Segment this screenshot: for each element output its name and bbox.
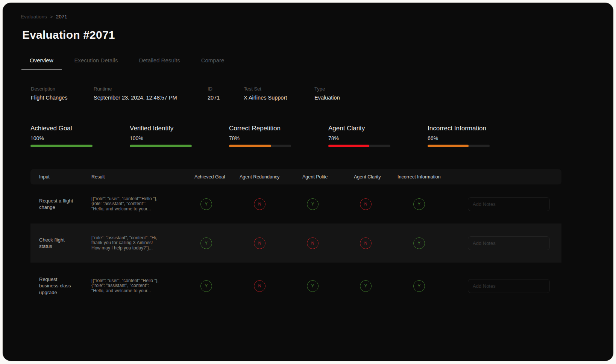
add-notes-label: Add Notes <box>473 240 496 246</box>
breadcrumb: Evaluations > 2071 <box>21 14 595 20</box>
verdict-badge: Y <box>413 237 425 249</box>
meta-runtime: Runtime September 23, 2024, 12:48:57 PM <box>94 86 208 101</box>
metric-card: Verified Identify 100% <box>130 125 229 147</box>
column-header-agent-clarity: Agent Clarity <box>354 174 398 180</box>
table-row[interactable]: Check flight status ["role": "assistant"… <box>30 224 561 263</box>
metric-card: Correct Repetition 78% <box>229 125 328 147</box>
verdict-badge: N <box>360 237 372 249</box>
breadcrumb-separator: > <box>50 14 53 20</box>
tab-detailed-results[interactable]: Detailed Results <box>130 53 188 69</box>
column-header-input: Input <box>39 174 91 180</box>
badge-cell: Y <box>302 198 354 210</box>
notes-cell: Add Notes <box>468 279 561 293</box>
badge-cell: Y <box>194 237 240 249</box>
column-header-agent-redundancy: Agent Redundancy <box>240 174 302 180</box>
input-cell: Check flight status <box>39 237 77 249</box>
verdict-badge: Y <box>307 280 319 292</box>
badge-cell: Y <box>398 237 468 249</box>
verdict-badge: N <box>254 280 266 292</box>
result-cell: ["role": "assistant", "content": "Hi, th… <box>91 236 160 251</box>
meta-label: ID <box>208 86 244 92</box>
metric-bar-fill <box>130 145 192 147</box>
metric-bar-fill <box>328 145 369 147</box>
column-header-incorrect-information: Incorrect Information <box>398 174 468 180</box>
meta-test-set: Test Set X Airlines Support <box>244 86 314 101</box>
meta-type: Type Evaluation <box>314 86 340 101</box>
badge-cell: Y <box>354 280 398 292</box>
metric-card: Achieved Goal 100% <box>30 125 130 147</box>
metric-label: Verified Identify <box>130 125 229 132</box>
badge-cell: N <box>354 198 398 210</box>
badge-cell: N <box>302 237 354 249</box>
badge-cell: N <box>240 237 302 249</box>
metric-bar-track <box>130 145 192 147</box>
add-notes-button[interactable]: Add Notes <box>468 236 550 250</box>
table-row[interactable]: Request a flight change [{"role": "user"… <box>30 184 561 224</box>
verdict-badge: Y <box>200 198 212 210</box>
metric-card: Incorrect Information 66% <box>428 125 527 147</box>
metric-bar-track <box>328 145 390 147</box>
metric-value: 100% <box>30 135 130 141</box>
badge-cell: Y <box>398 198 468 210</box>
main-panel: Evaluations > 2071 Evaluation #2071 Over… <box>3 3 613 361</box>
meta-description: Description Flight Changes <box>31 86 94 101</box>
breadcrumb-evaluations-link[interactable]: Evaluations <box>21 14 47 20</box>
meta-label: Type <box>314 86 340 92</box>
add-notes-button[interactable]: Add Notes <box>468 279 550 293</box>
add-notes-label: Add Notes <box>473 283 496 289</box>
badge-cell: Y <box>194 280 240 292</box>
metric-value: 66% <box>428 135 527 141</box>
add-notes-button[interactable]: Add Notes <box>468 197 550 211</box>
column-header-result: Result <box>91 174 194 180</box>
badge-cell: N <box>240 198 302 210</box>
metric-bar-fill <box>229 145 271 147</box>
metric-label: Agent Clarity <box>328 125 428 132</box>
meta-value: X Airlines Support <box>244 95 314 101</box>
metric-label: Correct Repetition <box>229 125 328 132</box>
metric-label: Incorrect Information <box>428 125 527 132</box>
metric-bar-track <box>428 145 490 147</box>
metric-bar-track <box>229 145 291 147</box>
verdict-badge: N <box>254 237 266 249</box>
page-title: Evaluation #2071 <box>22 29 595 41</box>
metric-value: 78% <box>328 135 428 141</box>
tab-execution-details[interactable]: Execution Details <box>66 53 126 69</box>
metric-label: Achieved Goal <box>30 125 130 132</box>
badge-cell: Y <box>398 280 468 292</box>
add-notes-label: Add Notes <box>473 201 496 207</box>
verdict-badge: Y <box>360 280 372 292</box>
badge-cell: Y <box>302 280 354 292</box>
verdict-badge: N <box>360 198 372 210</box>
notes-cell: Add Notes <box>468 197 561 211</box>
result-cell: [{"role": "user", "content""Hello "}, {r… <box>91 196 160 211</box>
meta-value: 2071 <box>208 95 244 101</box>
input-cell: Request business class upgrade <box>39 276 77 295</box>
table-row[interactable]: Request business class upgrade [{"role":… <box>30 263 561 309</box>
meta-value: Flight Changes <box>31 95 94 101</box>
metric-bar-fill <box>30 145 93 147</box>
result-cell: [{"role": "user", "content" "Hello "}, {… <box>91 278 160 293</box>
verdict-badge: Y <box>413 280 425 292</box>
metric-bar-fill <box>428 145 469 147</box>
verdict-badge: Y <box>307 198 319 210</box>
input-cell: Request a flight change <box>39 198 77 210</box>
meta-id: ID 2071 <box>208 86 244 101</box>
metric-value: 78% <box>229 135 328 141</box>
badge-cell: N <box>240 280 302 292</box>
metrics-row: Achieved Goal 100% Verified Identify 100… <box>30 125 595 147</box>
tab-compare[interactable]: Compare <box>193 53 233 69</box>
metric-value: 100% <box>130 135 229 141</box>
meta-value: September 23, 2024, 12:48:57 PM <box>94 95 208 101</box>
results-table: Input Result Achieved Goal Agent Redunda… <box>30 169 561 309</box>
meta-label: Runtime <box>94 86 208 92</box>
metric-card: Agent Clarity 78% <box>328 125 428 147</box>
breadcrumb-current: 2071 <box>56 14 67 20</box>
meta-label: Description <box>31 86 94 92</box>
metric-bar-track <box>30 145 93 147</box>
table-header: Input Result Achieved Goal Agent Redunda… <box>30 169 561 184</box>
verdict-badge: Y <box>200 237 212 249</box>
column-header-agent-polite: Agent Polite <box>302 174 354 180</box>
tab-overview[interactable]: Overview <box>21 53 62 69</box>
meta-label: Test Set <box>244 86 314 92</box>
verdict-badge: N <box>254 198 266 210</box>
